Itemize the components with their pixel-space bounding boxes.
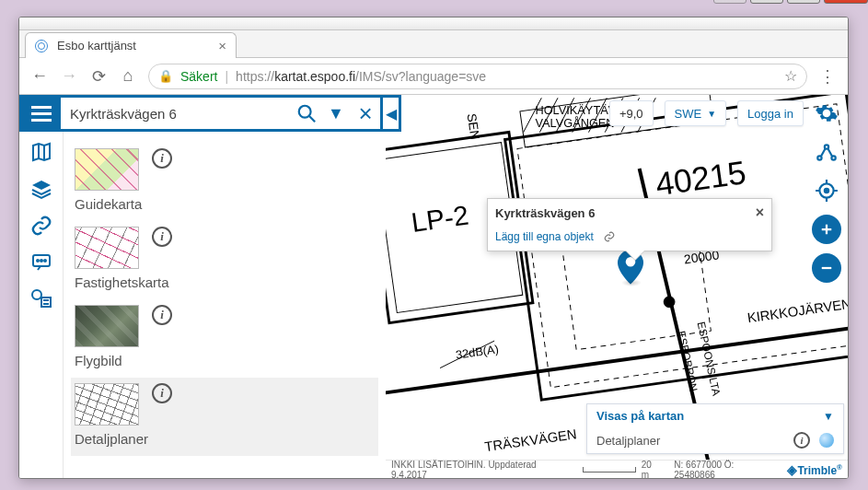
visible-layer-row[interactable]: Detaljplaner i (587, 427, 843, 453)
layer-detaljplaner[interactable]: i Detaljplaner (71, 378, 378, 456)
info-icon[interactable]: i (152, 227, 172, 247)
svg-point-29 (825, 189, 828, 192)
scale-label: 20 m (642, 460, 662, 479)
map-viewport[interactable]: 40215 LP-2 SEN HOLVIKÄYTÄVÄ VALVGÅNGEN X… (386, 95, 848, 478)
tab-close-icon[interactable]: × (218, 38, 226, 53)
rail-map-icon[interactable] (29, 141, 53, 163)
search-dropdown-button[interactable]: ▼ (321, 104, 351, 123)
map-top-controls: +9,0 SWE ▼ Logga in (609, 100, 804, 126)
layer-thumb (75, 148, 139, 191)
browser-tab[interactable]: Esbo karttjänst × (25, 32, 237, 58)
url-scheme: https:// (236, 69, 274, 84)
svg-point-6 (32, 290, 41, 299)
link-icon[interactable] (603, 230, 616, 243)
gear-icon[interactable] (812, 99, 841, 128)
trimble-logo[interactable]: ◈Trimble® (787, 462, 842, 477)
map-badge-text: +9,0 (619, 107, 643, 121)
info-icon[interactable]: i (152, 148, 172, 169)
svg-line-1 (309, 116, 315, 122)
nav-reload-button[interactable]: ⟳ (89, 67, 108, 86)
svg-rect-7 (41, 298, 51, 307)
sidebar-header: Kyrkträskvägen 6 ▼ × (19, 95, 383, 132)
menu-button[interactable] (22, 98, 61, 129)
locate-icon[interactable] (812, 176, 841, 205)
layer-thumb (75, 305, 139, 347)
layer-panel: i Guidekarta i Fastighetskarta i Flygbil… (64, 95, 386, 478)
popup-close-button[interactable]: × (756, 204, 764, 221)
visible-layers-title: Visas på kartan (596, 409, 684, 423)
browser-toolbar: ← → ⟳ ⌂ 🔒 Säkert | https://kartat.espoo.… (19, 58, 848, 95)
nav-home-button[interactable]: ⌂ (119, 67, 137, 86)
zoom-in-button[interactable] (812, 215, 841, 244)
popup-title: Kyrkträskvägen 6 (495, 206, 595, 220)
layer-opacity-icon[interactable] (819, 433, 834, 448)
layer-fastighetskarta[interactable]: i Fastighetskarta (71, 221, 378, 299)
layer-thumb (75, 227, 139, 269)
attribution-text: INKKI LISÄTIETOIHIN. Uppdaterad 9.4.2017 (391, 460, 570, 479)
window-maximize-button[interactable]: ▢ (787, 0, 820, 4)
svg-point-0 (299, 106, 311, 118)
login-button[interactable]: Logga in (737, 100, 804, 126)
measure-icon[interactable] (812, 137, 841, 167)
info-icon[interactable]: i (793, 432, 810, 449)
search-icon[interactable] (292, 103, 321, 123)
visible-layers-header[interactable]: Visas på kartan ▼ (587, 404, 843, 427)
rail-feedback-icon[interactable] (29, 251, 53, 274)
zoom-out-button[interactable] (812, 253, 841, 283)
window-titlebar[interactable] (19, 18, 848, 30)
svg-point-3 (37, 260, 39, 262)
layer-flygbild[interactable]: i Flygbild (71, 299, 378, 378)
visible-layer-name: Detaljplaner (596, 434, 660, 448)
scale-bar: 20 m (583, 460, 662, 479)
window-help-button[interactable]: ▾ (713, 0, 746, 4)
language-switcher[interactable]: SWE ▼ (665, 100, 727, 126)
language-label: SWE (675, 107, 702, 121)
layer-title: Fastighetskarta (75, 274, 375, 290)
layer-title: Flygbild (75, 353, 375, 368)
rail-layers-icon[interactable] (29, 178, 53, 200)
chevron-down-icon: ▼ (707, 109, 716, 119)
browser-window: Esbo karttjänst × ← → ⟳ ⌂ 🔒 Säkert | htt… (18, 17, 849, 479)
url-path: /IMS/sv?language=sve (355, 69, 486, 84)
rail-link-icon[interactable] (29, 215, 53, 237)
nav-back-button[interactable]: ← (30, 67, 49, 86)
search-clear-button[interactable]: × (351, 99, 380, 128)
map-label-db: 32dB(A) (455, 342, 500, 361)
map-attribution: INKKI LISÄTIETOIHIN. Uppdaterad 9.4.2017… (386, 460, 848, 478)
visible-layers-panel: Visas på kartan ▼ Detaljplaner i (586, 403, 844, 454)
search-input[interactable]: Kyrkträskvägen 6 (61, 106, 292, 122)
layer-thumb (75, 383, 139, 426)
layer-guidekarta[interactable]: i Guidekarta (71, 143, 378, 221)
svg-point-5 (44, 260, 46, 262)
svg-point-4 (41, 260, 42, 262)
window-close-button[interactable]: ✕ (824, 0, 868, 4)
nav-forward-button[interactable]: → (60, 67, 78, 86)
lock-icon: 🔒 (158, 69, 173, 83)
map-label-road2a: ESBOBRON (675, 330, 700, 392)
sidebar-collapse-button[interactable]: ◀ (383, 95, 401, 132)
svg-point-24 (664, 297, 675, 308)
popup-add-object-link[interactable]: Lägg till egna objekt (495, 230, 594, 243)
map-popup: Kyrkträskvägen 6 × Lägg till egna objekt (487, 198, 772, 251)
chevron-down-icon: ▼ (823, 410, 834, 423)
window-minimize-button[interactable]: — (750, 0, 783, 4)
address-bar[interactable]: 🔒 Säkert | https://kartat.espoo.fi/IMS/s… (148, 64, 807, 89)
tab-title: Esbo karttjänst (57, 39, 136, 52)
info-icon[interactable]: i (152, 383, 172, 403)
info-icon[interactable]: i (152, 305, 172, 325)
app-body: Kyrkträskvägen 6 ▼ × ◀ (19, 95, 848, 478)
coordinates: N: 6677000 Ö: 25480866 (674, 460, 774, 479)
browser-menu-button[interactable]: ⋮ (818, 67, 837, 86)
tab-favicon (35, 40, 48, 52)
secure-label: Säkert (180, 69, 217, 84)
rail-legend-icon[interactable] (29, 288, 53, 310)
left-rail (19, 95, 64, 478)
map-label-road1: TRÄSKVÄGEN (483, 426, 577, 454)
login-label: Logga in (747, 107, 793, 121)
bookmark-star-icon[interactable]: ☆ (784, 67, 797, 85)
map-label-lp: LP-2 (410, 200, 470, 238)
browser-tabstrip: Esbo karttjänst × (19, 30, 848, 58)
map-label-road1b: KIRKKOJÄRVENTI (746, 295, 848, 325)
map-label-sen: SEN (465, 112, 482, 140)
map-label-holv2: VALVGÅNGEN (535, 116, 614, 130)
